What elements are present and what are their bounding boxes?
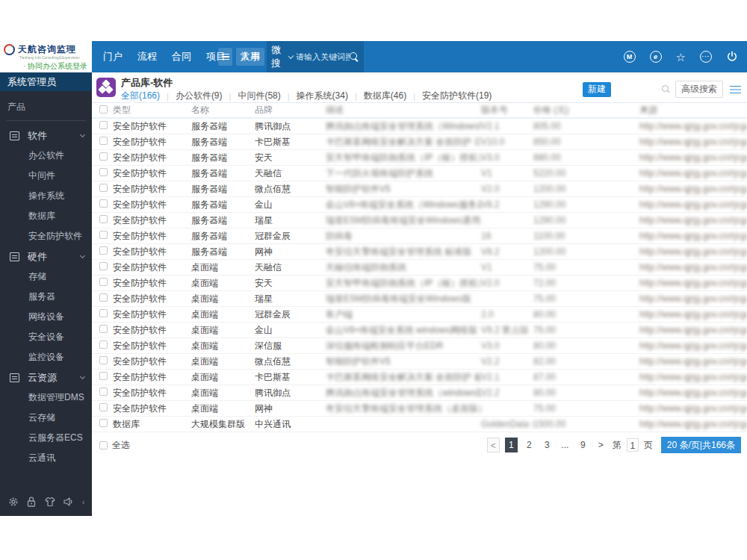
- list-view-icon[interactable]: [730, 85, 741, 94]
- topbar-icon-group: M e ☆ ···: [624, 41, 738, 72]
- sidebar-item-操作系统[interactable]: 操作系统: [0, 186, 92, 206]
- cell-source[interactable]: http://www.qjrjg.gov.cn/rjcg/: [639, 168, 747, 178]
- sidebar-item-中间件[interactable]: 中间件: [0, 166, 92, 186]
- table-search-input[interactable]: [616, 83, 662, 96]
- cell-source[interactable]: http://www.qjrjg.gov.cn/rjcg/: [639, 309, 747, 320]
- speaker-icon[interactable]: [63, 496, 75, 508]
- cell-source[interactable]: http://www.qjrjg.gov.cn/rjcg/: [639, 121, 747, 131]
- enterprise-chat-icon[interactable]: e: [650, 51, 662, 63]
- next-page-button[interactable]: >: [595, 438, 607, 452]
- row-checkbox[interactable]: [99, 293, 108, 302]
- row-checkbox[interactable]: [99, 278, 108, 286]
- sidebar-item-数据库[interactable]: 数据库: [0, 206, 92, 226]
- row-checkbox[interactable]: [99, 340, 108, 349]
- sidebar-item-云存储[interactable]: 云存储: [0, 408, 92, 428]
- cell-source[interactable]: http://www.qjrjg.gov.cn/rjcg/: [639, 152, 747, 163]
- power-icon[interactable]: [726, 51, 738, 63]
- row-checkbox[interactable]: [99, 168, 108, 176]
- cell-source[interactable]: http://www.qjrjg.gov.cn/rjcg/: [639, 293, 747, 304]
- tab-全部(166)[interactable]: 全部(166): [121, 90, 160, 102]
- tab-操作系统(34)[interactable]: 操作系统(34): [297, 90, 348, 102]
- theme-shirt-icon[interactable]: [44, 496, 56, 508]
- search-engine-selector[interactable]: 微搜: [271, 43, 287, 70]
- page-button-...[interactable]: ...: [559, 438, 571, 452]
- star-icon[interactable]: ☆: [676, 52, 686, 63]
- row-checkbox[interactable]: [99, 199, 108, 208]
- cell-source[interactable]: http://www.qjrjg.gov.cn/rjcg/: [639, 278, 747, 288]
- cell-source[interactable]: http://www.qjrjg.gov.cn/rjcg/: [639, 184, 747, 194]
- tab-办公软件(9)[interactable]: 办公软件(9): [176, 90, 223, 102]
- row-checkbox[interactable]: [99, 388, 108, 396]
- select-all-checkbox[interactable]: [99, 441, 108, 449]
- cell-source[interactable]: http://www.qjrjg.gov.cn/rjcg/: [639, 419, 747, 429]
- cell-source[interactable]: http://www.qjrjg.gov.cn/rjcg/: [639, 231, 747, 241]
- cell-source[interactable]: http://www.qjrjg.gov.cn/rjcg/: [639, 388, 747, 398]
- prev-page-button[interactable]: <: [487, 438, 500, 452]
- row-checkbox[interactable]: [99, 309, 108, 317]
- cell-source[interactable]: http://www.qjrjg.gov.cn/rjcg/: [639, 356, 747, 367]
- sidebar-section-云资源[interactable]: 云资源: [0, 367, 92, 388]
- cell-source[interactable]: http://www.qjrjg.gov.cn/rjcg/: [639, 372, 747, 382]
- page-button-3[interactable]: 3: [541, 438, 554, 452]
- search-icon[interactable]: [350, 52, 359, 62]
- row-checkbox[interactable]: [99, 184, 108, 192]
- more-ellipsis-icon[interactable]: ···: [700, 51, 712, 63]
- row-checkbox[interactable]: [99, 231, 108, 239]
- sidebar-item-网络设备[interactable]: 网络设备: [0, 307, 92, 327]
- cell-source[interactable]: http://www.qjrjg.gov.cn/rjcg/: [639, 246, 747, 257]
- row-checkbox[interactable]: [99, 246, 108, 255]
- sidebar-item-云服务器ECS[interactable]: 云服务器ECS: [0, 428, 92, 448]
- cell-source[interactable]: http://www.qjrjg.gov.cn/rjcg/: [639, 137, 747, 147]
- cell-source[interactable]: http://www.qjrjg.gov.cn/rjcg/: [639, 215, 747, 225]
- m-circle-icon[interactable]: M: [624, 51, 636, 63]
- sidebar-section-硬件[interactable]: 硬件: [0, 246, 92, 267]
- advanced-search-button[interactable]: 高级搜索: [675, 81, 723, 98]
- chevron-down-icon[interactable]: [288, 53, 294, 59]
- sidebar-item-安全设备[interactable]: 安全设备: [0, 327, 92, 347]
- tab-安全防护软件(19)[interactable]: 安全防护软件(19): [422, 90, 492, 102]
- sidebar-item-服务器[interactable]: 服务器: [0, 287, 92, 307]
- row-checkbox[interactable]: [99, 356, 108, 364]
- sidebar-item-存储[interactable]: 存储: [0, 267, 92, 287]
- menu-hamburger-icon[interactable]: [218, 48, 232, 66]
- nav-item-门户[interactable]: 门户: [103, 50, 123, 63]
- cell-source[interactable]: http://www.qjrjg.gov.cn/rjcg/: [639, 403, 747, 414]
- sidebar-item-数据管理DMS[interactable]: 数据管理DMS: [0, 388, 92, 408]
- sidebar-item-办公软件[interactable]: 办公软件: [0, 146, 92, 166]
- jump-page-input[interactable]: 1: [627, 438, 639, 452]
- cell-source[interactable]: http://www.qjrjg.gov.cn/rjcg/: [639, 262, 747, 273]
- row-checkbox[interactable]: [99, 262, 108, 270]
- nav-item-流程[interactable]: 流程: [137, 50, 157, 63]
- row-checkbox[interactable]: [99, 325, 108, 333]
- sidebar-section-软件[interactable]: 软件: [0, 125, 92, 146]
- new-button[interactable]: 新建: [583, 82, 611, 97]
- page-button-1[interactable]: 1: [505, 438, 518, 452]
- sidebar-item-监控设备[interactable]: 监控设备: [0, 347, 92, 367]
- sidebar-item-云通讯[interactable]: 云通讯: [0, 448, 92, 468]
- row-checkbox[interactable]: [99, 121, 108, 129]
- common-menu-button[interactable]: 常用: [236, 48, 264, 66]
- nav-item-合同[interactable]: 合同: [172, 50, 191, 63]
- lock-icon[interactable]: [26, 496, 37, 508]
- cell-type: 安全防护软件: [113, 152, 191, 164]
- row-checkbox[interactable]: [99, 215, 108, 223]
- table-search-icon[interactable]: [662, 85, 671, 94]
- page-button-9[interactable]: 9: [577, 438, 589, 452]
- settings-gear-icon[interactable]: [7, 496, 19, 508]
- select-all-header-checkbox[interactable]: [99, 105, 108, 113]
- row-checkbox[interactable]: [99, 152, 108, 161]
- office-login-link[interactable]: · 协同办公系统登录: [23, 61, 92, 72]
- row-checkbox[interactable]: [99, 137, 108, 145]
- collapse-arrow-icon[interactable]: ‹: [82, 498, 84, 506]
- cell-source[interactable]: http://www.qjrjg.gov.cn/rjcg/: [639, 199, 747, 210]
- global-search-input[interactable]: [296, 52, 350, 61]
- page-button-2[interactable]: 2: [523, 438, 536, 452]
- sidebar-item-安全防护软件[interactable]: 安全防护软件: [0, 226, 92, 246]
- row-checkbox[interactable]: [99, 372, 108, 380]
- cell-source[interactable]: http://www.qjrjg.gov.cn/rjcg/: [639, 340, 747, 351]
- tab-数据库(46)[interactable]: 数据库(46): [364, 90, 406, 102]
- tab-中间件(58)[interactable]: 中间件(58): [238, 90, 280, 102]
- row-checkbox[interactable]: [99, 403, 108, 411]
- cell-source[interactable]: http://www.qjrjg.gov.cn/rjcg/: [639, 325, 747, 335]
- row-checkbox[interactable]: [99, 419, 108, 427]
